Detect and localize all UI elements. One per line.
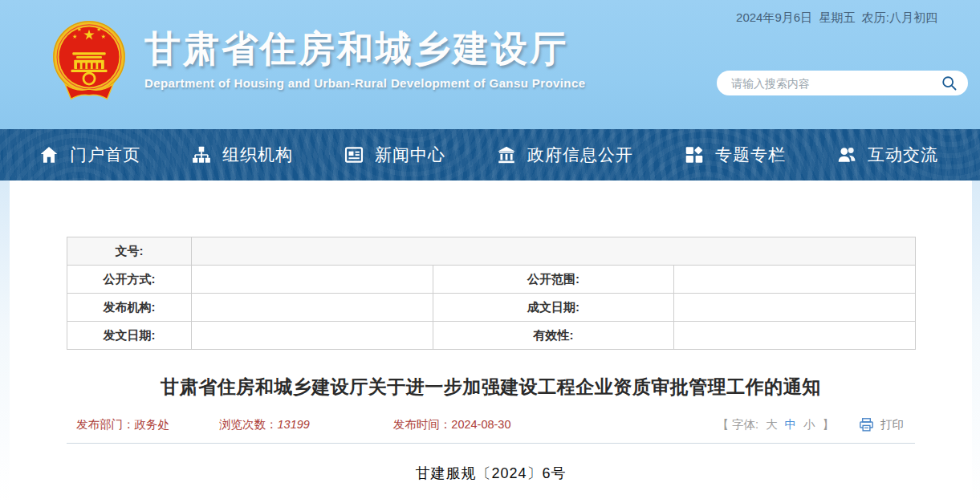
validity-value bbox=[674, 322, 916, 350]
publish-time-label: 发布时间： bbox=[393, 418, 452, 431]
nav-item-home[interactable]: 门户首页 bbox=[39, 144, 140, 166]
view-count: 浏览次数：13199 bbox=[219, 417, 310, 432]
open-scope-value bbox=[674, 266, 916, 294]
nav-item-gov-info[interactable]: 政府信息公开 bbox=[496, 144, 633, 166]
document-number: 甘建服规〔2024〕6号 bbox=[10, 464, 972, 483]
printer-icon bbox=[858, 416, 875, 433]
doc-number-value bbox=[192, 237, 916, 266]
doc-number-label: 文号: bbox=[67, 237, 192, 266]
nav-item-news[interactable]: 新闻中心 bbox=[344, 144, 445, 166]
validity-label: 有效性: bbox=[433, 322, 674, 350]
nav-item-label: 互动交流 bbox=[868, 144, 938, 166]
font-size-widget: 【 字体: 大 中 小 】 bbox=[717, 417, 834, 432]
publish-time-value: 2024-08-30 bbox=[451, 418, 510, 431]
print-button-label: 打印 bbox=[880, 417, 904, 432]
font-size-medium-button[interactable]: 中 bbox=[785, 417, 797, 432]
table-row: 发文日期: 有效性: bbox=[67, 322, 916, 350]
font-size-small-button[interactable]: 小 bbox=[803, 417, 815, 432]
site-subtitle: Department of Housing and Urban-Rural De… bbox=[144, 76, 585, 90]
open-method-label: 公开方式: bbox=[67, 266, 192, 294]
issuing-agency-label: 发布机构: bbox=[67, 294, 192, 322]
topbar-date: 2024年9月6日 星期五 农历:八月初四 bbox=[736, 10, 937, 26]
gov-building-icon bbox=[496, 144, 517, 165]
nav-item-interaction[interactable]: 互动交流 bbox=[836, 144, 938, 166]
nav-item-label: 政府信息公开 bbox=[527, 144, 633, 166]
written-date-label: 成文日期: bbox=[433, 294, 674, 322]
publish-dept-label: 发布部门： bbox=[76, 418, 135, 431]
publish-time: 发布时间：2024-08-30 bbox=[393, 417, 511, 432]
publish-dept: 发布部门：政务处 bbox=[76, 417, 169, 432]
org-chart-icon bbox=[191, 144, 212, 165]
china-national-emblem-logo[interactable] bbox=[51, 19, 127, 103]
article-meta-row: 发布部门：政务处 浏览次数：13199 发布时间：2024-08-30 【 字体… bbox=[67, 416, 915, 433]
search-input[interactable] bbox=[731, 77, 941, 90]
font-widget-close: 】 bbox=[823, 417, 835, 432]
font-size-large-button[interactable]: 大 bbox=[766, 417, 778, 432]
people-icon bbox=[836, 144, 857, 165]
table-row: 公开方式: 公开范围: bbox=[67, 266, 916, 294]
issue-date-label: 发文日期: bbox=[67, 322, 192, 350]
table-row: 发布机构: 成文日期: bbox=[67, 294, 916, 322]
nav-item-label: 新闻中心 bbox=[375, 144, 445, 166]
publish-dept-value: 政务处 bbox=[135, 418, 170, 431]
site-header: 2024年9月6日 星期五 农历:八月初四 bbox=[0, 0, 980, 129]
brand-text: 甘肃省住房和城乡建设厅 Department of Housing and Ur… bbox=[144, 19, 585, 90]
document-info-table: 文号: 公开方式: 公开范围: 发布机构: 成文日期: 发文日期: 有效性: bbox=[67, 237, 916, 350]
brand: 甘肃省住房和城乡建设厅 Department of Housing and Ur… bbox=[51, 19, 585, 103]
written-date-value bbox=[674, 294, 916, 322]
newspaper-icon bbox=[344, 144, 364, 165]
issuing-agency-value bbox=[192, 294, 433, 322]
search-box bbox=[717, 71, 968, 95]
meta-divider bbox=[67, 443, 915, 444]
view-count-label: 浏览次数： bbox=[219, 418, 278, 431]
page: 2024年9月6日 星期五 农历:八月初四 bbox=[0, 0, 980, 503]
home-icon bbox=[39, 144, 59, 165]
content-card: 文号: 公开方式: 公开范围: 发布机构: 成文日期: 发文日期: 有效性: bbox=[10, 181, 972, 503]
nav-item-label: 门户首页 bbox=[70, 144, 140, 166]
tiles-icon bbox=[684, 144, 705, 165]
nav-item-label: 组织机构 bbox=[222, 144, 293, 166]
nav-item-special-topics[interactable]: 专题专栏 bbox=[684, 144, 786, 166]
article-title: 甘肃省住房和城乡建设厅关于进一步加强建设工程企业资质审批管理工作的通知 bbox=[67, 375, 915, 400]
search-icon[interactable] bbox=[941, 75, 958, 92]
issue-date-value bbox=[192, 322, 433, 350]
site-title: 甘肃省住房和城乡建设厅 bbox=[144, 29, 585, 69]
nav-item-organization[interactable]: 组织机构 bbox=[191, 144, 293, 166]
print-button[interactable]: 打印 bbox=[858, 416, 904, 433]
font-widget-open: 【 字体: bbox=[717, 417, 758, 432]
main-nav: 门户首页 组织机构 新闻中心 bbox=[0, 129, 980, 181]
view-count-value: 13199 bbox=[278, 418, 310, 431]
nav-item-label: 专题专栏 bbox=[715, 144, 786, 166]
table-row: 文号: bbox=[67, 237, 916, 266]
open-scope-label: 公开范围: bbox=[433, 266, 674, 294]
open-method-value bbox=[192, 266, 433, 294]
